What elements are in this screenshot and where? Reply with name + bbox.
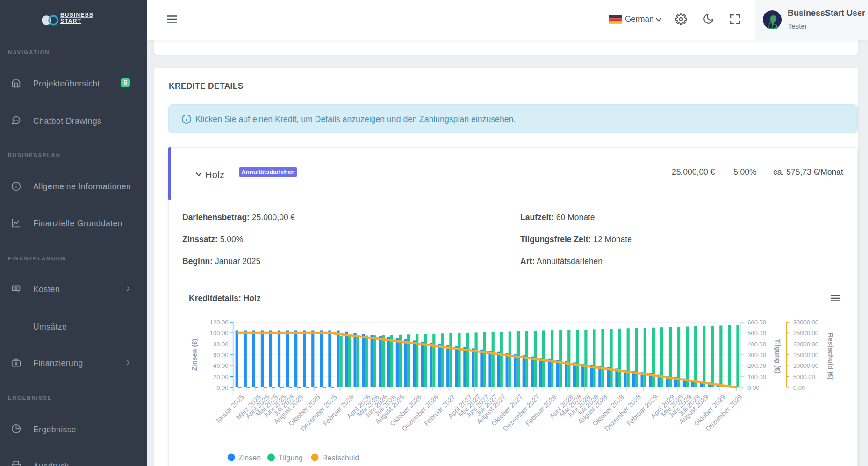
svg-text:40.00: 40.00 — [213, 362, 229, 369]
svg-text:400.00: 400.00 — [747, 341, 766, 348]
svg-text:Restschuld (€): Restschuld (€) — [827, 333, 834, 380]
svg-text:BUSINESS: BUSINESS — [60, 12, 93, 18]
svg-text:Restschuld: Restschuld — [322, 454, 359, 462]
svg-text:300.00: 300.00 — [747, 351, 766, 358]
svg-text:START: START — [60, 18, 81, 24]
svg-text:200.00: 200.00 — [747, 362, 766, 369]
svg-text:0.00: 0.00 — [747, 384, 759, 391]
svg-text:0.00: 0.00 — [793, 384, 805, 391]
svg-text:100.00: 100.00 — [210, 330, 229, 337]
svg-text:20000.00: 20000.00 — [793, 341, 818, 348]
svg-text:80.00: 80.00 — [213, 341, 229, 348]
svg-text:20.00: 20.00 — [213, 373, 229, 380]
svg-text:Zinsen: Zinsen — [238, 454, 261, 462]
svg-text:Tilgung (€): Tilgung (€) — [774, 339, 782, 373]
svg-text:100.00: 100.00 — [747, 373, 766, 380]
svg-text:25000.00: 25000.00 — [793, 330, 818, 337]
svg-text:120.00: 120.00 — [210, 319, 229, 326]
svg-text:10000.00: 10000.00 — [793, 362, 818, 369]
svg-text:0.00: 0.00 — [216, 384, 228, 391]
svg-text:Zinsen (€): Zinsen (€) — [191, 339, 198, 371]
svg-text:5000.00: 5000.00 — [793, 373, 815, 380]
svg-text:Tilgung: Tilgung — [279, 454, 303, 462]
svg-text:60.00: 60.00 — [213, 351, 229, 358]
svg-text:30000.00: 30000.00 — [793, 319, 818, 326]
svg-text:600.00: 600.00 — [747, 319, 766, 326]
svg-text:15000.00: 15000.00 — [793, 351, 818, 358]
svg-text:500.00: 500.00 — [747, 330, 766, 337]
